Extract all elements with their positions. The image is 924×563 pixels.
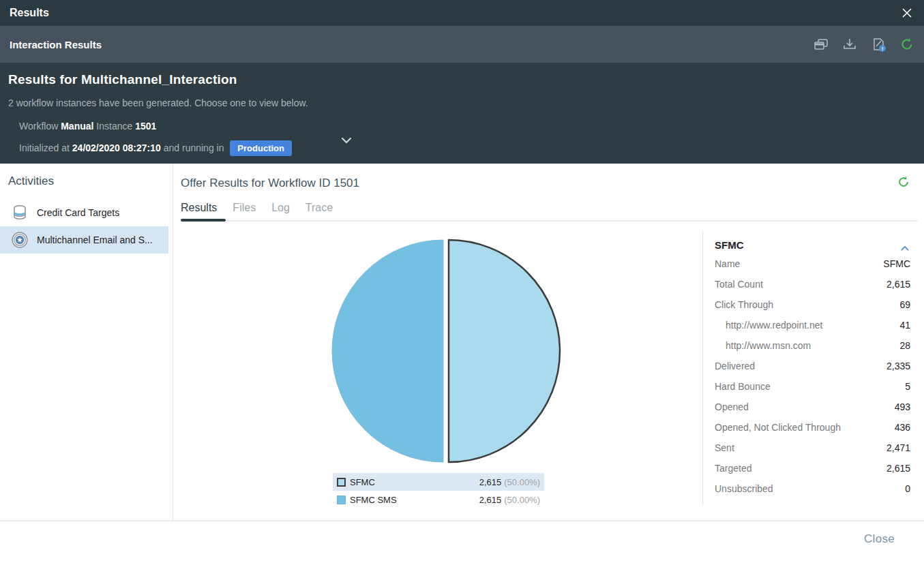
results-dialog: Results Interaction Results: [0, 0, 924, 563]
legend-percent: (50.00%): [504, 477, 540, 487]
detail-row: Name SFMC: [715, 254, 910, 274]
close-icon[interactable]: [899, 5, 914, 20]
results-header-title: Results for Multichannel_Interaction: [8, 72, 916, 87]
detail-value: 2,615: [886, 279, 910, 290]
detail-row: Hard Bounce 5: [715, 376, 910, 397]
legend-swatch-sfmc-sms: [337, 496, 346, 504]
legend-swatch-sfmc: [337, 478, 346, 487]
detail-label: http://www.redpoint.net: [715, 320, 822, 331]
dialog-body: Activities Credit Card Targets: [0, 164, 924, 520]
workflow-line: Workflow Manual Instance 1501: [19, 121, 374, 132]
close-button[interactable]: Close: [864, 532, 895, 546]
pie-slice-sfmc-sms[interactable]: [332, 240, 443, 462]
file-edit-info-icon[interactable]: !: [871, 37, 886, 52]
footer-divider: [0, 520, 924, 521]
detail-value: 493: [895, 401, 910, 412]
tab-results[interactable]: Results: [181, 202, 217, 221]
activities-sidebar: Activities Credit Card Targets: [0, 164, 173, 520]
detail-row: Opened, Not Clicked Through 436: [715, 417, 910, 438]
details-panel-header: SFMC: [715, 236, 910, 254]
offer-star-icon: [11, 231, 29, 249]
detail-value: 2,615: [886, 463, 910, 474]
tab-log[interactable]: Log: [271, 202, 290, 221]
offer-results-pie-chart: [330, 237, 562, 465]
detail-row: Delivered 2,335: [715, 356, 910, 376]
detail-label: Click Through: [715, 299, 773, 310]
detail-row-link: http://www.msn.com 28: [715, 335, 910, 356]
running-label: and running in: [164, 142, 224, 153]
detail-row: Sent 2,471: [715, 438, 910, 458]
initialized-line: Initialized at 24/02/2020 08:27:10 and r…: [19, 140, 374, 156]
detail-label: Unsubscribed: [715, 483, 773, 494]
chevron-down-icon[interactable]: [340, 136, 353, 147]
chevron-up-icon[interactable]: [901, 241, 910, 248]
legend-row-sfmc[interactable]: SFMC 2,615 (50.00%): [333, 473, 544, 491]
dialog-title: Results: [10, 7, 49, 19]
detail-label: Targeted: [715, 463, 751, 474]
detail-label: Opened: [715, 401, 749, 412]
detail-value: 2,471: [886, 442, 910, 453]
instance-value: 1501: [135, 121, 156, 132]
interaction-results-toolbar: Interaction Results !: [0, 26, 924, 63]
sfmc-details-panel: SFMC Name SFMC Total Count 2,615 Click T…: [702, 232, 924, 504]
tabs-divider: [181, 220, 917, 222]
results-header-subtitle: 2 workflow instances have been generated…: [8, 97, 916, 108]
workflow-instance-selector[interactable]: Workflow Manual Instance 1501 Initialize…: [19, 121, 374, 156]
legend-value: 2,615: [479, 477, 502, 487]
svg-text:!: !: [882, 46, 884, 52]
legend-label: SFMC: [350, 477, 375, 487]
dialog-titlebar: Results: [0, 0, 924, 26]
initialized-value: 24/02/2020 08:27:10: [72, 142, 161, 153]
detail-row: Opened 493: [715, 397, 910, 417]
detail-value: 2,335: [886, 361, 910, 371]
instance-label: Instance: [96, 121, 132, 132]
detail-row: Click Through 69: [715, 294, 910, 315]
activities-list: Credit Card Targets Multichannel Email a…: [0, 199, 173, 254]
detail-label: Hard Bounce: [715, 381, 771, 392]
pie-legend: SFMC 2,615 (50.00%) SFMC SMS 2,615 (50.0…: [333, 473, 544, 508]
cards-icon[interactable]: [814, 37, 829, 52]
tab-trace[interactable]: Trace: [305, 202, 333, 221]
workflow-label: Workflow: [19, 121, 58, 132]
detail-value: 69: [899, 299, 910, 310]
results-tabs: Results Files Log Trace: [181, 202, 333, 221]
environment-badge: Production: [230, 140, 292, 156]
detail-label: Opened, Not Clicked Through: [715, 422, 841, 433]
activities-title: Activities: [0, 174, 173, 188]
toolbar-icons: !: [814, 37, 914, 52]
detail-row: Targeted 2,615: [715, 458, 910, 478]
detail-value: 436: [895, 422, 910, 433]
details-panel-title: SFMC: [715, 239, 744, 251]
legend-row-sfmc-sms[interactable]: SFMC SMS 2,615 (50.00%): [333, 491, 544, 508]
pie-slice-sfmc[interactable]: [449, 240, 560, 462]
legend-label: SFMC SMS: [350, 495, 397, 505]
legend-value: 2,615: [479, 495, 502, 505]
toolbar-title: Interaction Results: [10, 39, 102, 50]
database-icon: [11, 204, 29, 222]
active-tab-indicator: [181, 219, 226, 222]
sidebar-item-multichannel-email[interactable]: Multichannel Email and S...: [0, 226, 168, 254]
detail-value: 5: [905, 381, 910, 392]
detail-label: Sent: [715, 442, 734, 453]
sidebar-item-label: Credit Card Targets: [37, 207, 119, 218]
initialized-label: Initialized at: [19, 142, 70, 153]
results-header: Results for Multichannel_Interaction 2 w…: [0, 63, 924, 164]
offer-results-title: Offer Results for Workflow ID 1501: [181, 177, 359, 190]
detail-value: SFMC: [883, 258, 910, 269]
download-icon[interactable]: [842, 37, 857, 52]
detail-label: Delivered: [715, 361, 755, 371]
offer-results-main: Offer Results for Workflow ID 1501 Resul…: [173, 164, 924, 520]
sidebar-item-label: Multichannel Email and S...: [37, 234, 153, 245]
tab-files[interactable]: Files: [233, 202, 256, 221]
legend-percent: (50.00%): [504, 495, 540, 505]
workflow-value: Manual: [61, 121, 93, 132]
detail-label: Name: [715, 258, 740, 269]
detail-row-link: http://www.redpoint.net 41: [715, 315, 910, 335]
detail-row: Total Count 2,615: [715, 274, 910, 294]
sidebar-item-credit-card-targets[interactable]: Credit Card Targets: [0, 199, 168, 226]
detail-label: http://www.msn.com: [715, 340, 811, 351]
refresh-icon[interactable]: [897, 175, 910, 189]
detail-row: Unsubscribed 0: [715, 478, 910, 499]
detail-value: 41: [899, 320, 910, 331]
refresh-icon[interactable]: [899, 37, 914, 52]
